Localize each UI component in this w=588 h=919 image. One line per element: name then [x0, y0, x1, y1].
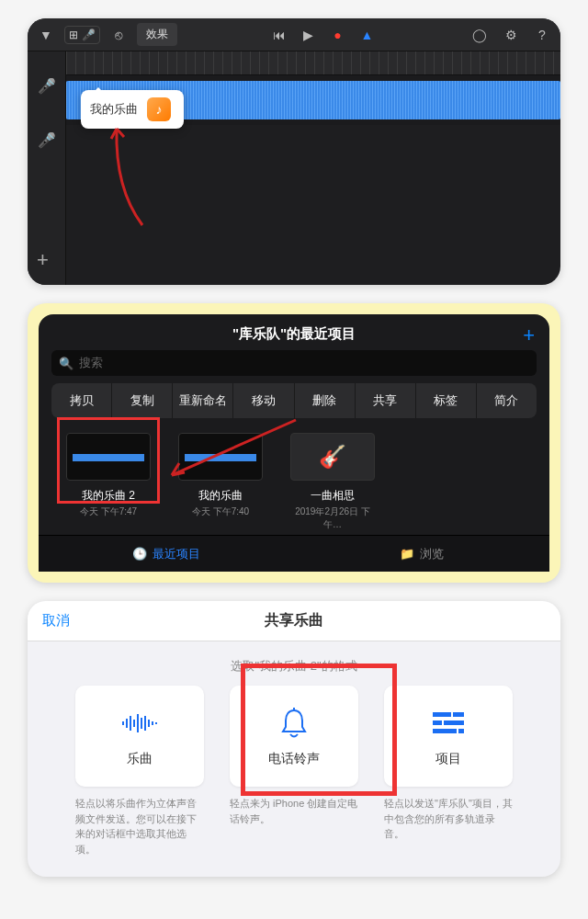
- share-card-song[interactable]: 乐曲 轻点以将乐曲作为立体声音频文件发送。您可以在接下来的对话框中选取其他选项。: [75, 686, 204, 857]
- svg-rect-15: [433, 729, 457, 733]
- card-desc: 轻点以将乐曲作为立体声音频文件发送。您可以在接下来的对话框中选取其他选项。: [75, 796, 204, 857]
- project-date: 今天 下午7:47: [66, 505, 151, 518]
- menu-share[interactable]: 共享: [356, 383, 416, 418]
- track-mic-icon[interactable]: 🎤: [38, 77, 56, 95]
- rewind-icon[interactable]: ⏮: [268, 24, 290, 46]
- svg-rect-11: [433, 712, 451, 717]
- project-title: 一曲相思: [290, 488, 375, 504]
- loop-icon[interactable]: ◯: [469, 24, 491, 46]
- tracks-icon: ⊞: [69, 28, 78, 41]
- project-item[interactable]: 🎸 一曲相思 2019年2月26日 下午…: [290, 433, 375, 531]
- share-subtitle: 选取"我的乐曲 2"的格式: [28, 641, 560, 686]
- garageband-editor: ▼ ⊞ 🎤 ⎋ 效果 ⏮ ▶ ● ▲ ◯ ⚙ ? 🎤 🎤 我的乐曲 +: [28, 18, 560, 285]
- project-date: 今天 下午7:40: [178, 505, 263, 518]
- tracks-icon: [430, 705, 467, 742]
- menu-delete[interactable]: 删除: [295, 383, 356, 418]
- song-name-popover[interactable]: 我的乐曲: [81, 90, 184, 129]
- track-view-toggle[interactable]: ⊞ 🎤: [64, 26, 100, 44]
- cancel-button[interactable]: 取消: [42, 612, 70, 630]
- menu-duplicate[interactable]: 复制: [112, 383, 173, 418]
- play-icon[interactable]: ▶: [298, 24, 320, 46]
- garageband-app-icon: [147, 97, 171, 121]
- search-icon: 🔍: [59, 357, 74, 370]
- project-title: 我的乐曲 2: [66, 488, 151, 504]
- mic-icon: 🎤: [82, 28, 96, 41]
- card-desc: 轻点来为 iPhone 创建自定电话铃声。: [230, 796, 358, 826]
- search-placeholder: 搜索: [79, 355, 103, 371]
- tuning-icon[interactable]: ⎋: [107, 24, 130, 46]
- card-label: 电话铃声: [268, 751, 320, 767]
- timeline-ruler[interactable]: [66, 51, 560, 75]
- card-desc: 轻点以发送"库乐队"项目，其中包含您的所有多轨道录音。: [384, 796, 513, 842]
- recent-projects-view: "库乐队"的最近项目 + 🔍 搜索 拷贝 复制 重新命名 移动 删除 共享 标签…: [39, 314, 549, 572]
- help-icon[interactable]: ?: [531, 24, 553, 46]
- context-menu: 拷贝 复制 重新命名 移动 删除 共享 标签 简介: [51, 383, 537, 418]
- project-date: 2019年2月26日 下午…: [290, 505, 375, 531]
- add-track-button[interactable]: +: [37, 248, 49, 272]
- metronome-icon[interactable]: ▲: [356, 24, 379, 46]
- tab-recent[interactable]: 🕒 最近项目: [39, 546, 294, 562]
- project-title: 我的乐曲: [178, 488, 263, 504]
- fx-button[interactable]: 效果: [137, 23, 177, 46]
- recent-projects-panel: "库乐队"的最近项目 + 🔍 搜索 拷贝 复制 重新命名 移动 删除 共享 标签…: [28, 303, 560, 583]
- editor-toolbar: ▼ ⊞ 🎤 ⎋ 效果 ⏮ ▶ ● ▲ ◯ ⚙ ?: [28, 18, 560, 51]
- card-label: 乐曲: [127, 751, 153, 767]
- svg-rect-13: [433, 720, 442, 725]
- project-grid: 我的乐曲 2 今天 下午7:47 我的乐曲 今天 下午7:40 🎸 一曲相思 2…: [39, 418, 549, 531]
- svg-rect-12: [453, 712, 464, 717]
- waveform-icon: [121, 705, 158, 742]
- menu-copy[interactable]: 拷贝: [51, 383, 112, 418]
- menu-move[interactable]: 移动: [233, 383, 294, 418]
- track-mic-icon-2[interactable]: 🎤: [38, 131, 56, 149]
- menu-info[interactable]: 简介: [477, 383, 537, 418]
- search-input[interactable]: 🔍 搜索: [51, 350, 537, 376]
- clock-icon: 🕒: [132, 547, 147, 561]
- project-item[interactable]: 我的乐曲 今天 下午7:40: [178, 433, 263, 531]
- transport-controls: ⏮ ▶ ● ▲: [268, 24, 379, 46]
- menu-tags[interactable]: 标签: [416, 383, 477, 418]
- card-label: 项目: [435, 751, 461, 767]
- folder-icon: 📁: [400, 547, 414, 561]
- page-title: "库乐队"的最近项目: [39, 314, 549, 350]
- bell-icon: [276, 705, 312, 742]
- settings-icon[interactable]: ⚙: [500, 24, 522, 46]
- svg-rect-14: [444, 720, 464, 725]
- project-item[interactable]: 我的乐曲 2 今天 下午7:47: [66, 433, 151, 531]
- bottom-tabs: 🕒 最近项目 📁 浏览: [39, 535, 549, 572]
- toolbar-right: ◯ ⚙ ?: [469, 24, 553, 46]
- record-icon[interactable]: ●: [327, 24, 349, 46]
- dropdown-icon[interactable]: ▼: [35, 24, 57, 46]
- share-card-project[interactable]: 项目 轻点以发送"库乐队"项目，其中包含您的所有多轨道录音。: [384, 686, 513, 857]
- popover-label: 我的乐曲: [90, 101, 138, 118]
- project-thumbnail: [178, 433, 263, 481]
- tab-browse[interactable]: 📁 浏览: [294, 546, 549, 562]
- share-header: 取消 共享乐曲: [28, 601, 560, 641]
- project-thumbnail: 🎸: [290, 433, 375, 481]
- annotation-arrow: [106, 124, 161, 234]
- share-title: 共享乐曲: [265, 611, 323, 630]
- add-button[interactable]: +: [523, 323, 535, 347]
- menu-rename[interactable]: 重新命名: [173, 383, 233, 418]
- share-card-ringtone[interactable]: 电话铃声 轻点来为 iPhone 创建自定电话铃声。: [230, 686, 358, 857]
- project-thumbnail: [66, 433, 151, 481]
- share-options: 乐曲 轻点以将乐曲作为立体声音频文件发送。您可以在接下来的对话框中选取其他选项。…: [28, 686, 560, 857]
- share-song-panel: 取消 共享乐曲 选取"我的乐曲 2"的格式 乐曲 轻点以将乐曲作为立体声音频文件…: [28, 601, 560, 877]
- svg-rect-16: [458, 729, 464, 733]
